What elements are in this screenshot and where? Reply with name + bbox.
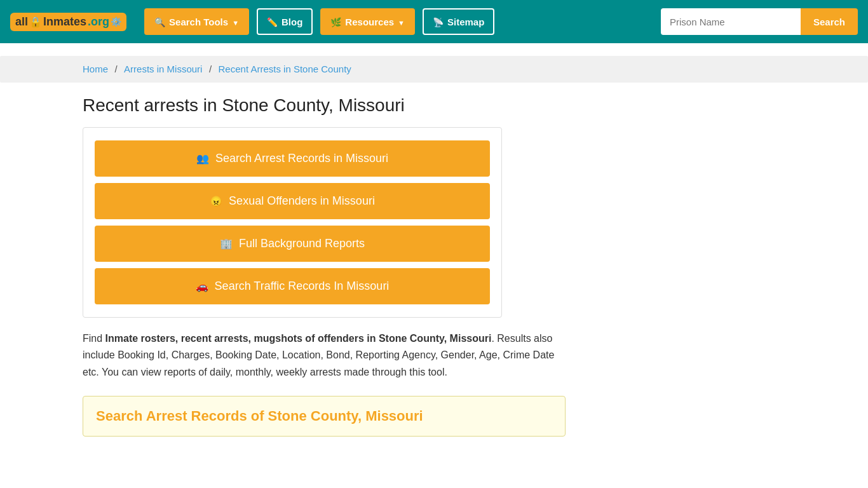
action-card: Search Arrest Records in Missouri Sexual… bbox=[83, 127, 502, 318]
breadcrumb: Home / Arrests in Missouri / Recent Arre… bbox=[0, 56, 868, 83]
blog-button[interactable]: Blog bbox=[257, 8, 313, 35]
resources-button[interactable]: Resources bbox=[320, 8, 415, 35]
main-content: Recent arrests in Stone County, Missouri… bbox=[0, 95, 868, 437]
search-bar: Search bbox=[661, 8, 858, 35]
search-tools-dropdown-arrow bbox=[232, 17, 239, 27]
building-icon bbox=[220, 237, 233, 250]
traffic-records-button[interactable]: Search Traffic Records In Missouri bbox=[95, 268, 490, 304]
logo-text-inmates: Inmates bbox=[43, 15, 86, 29]
page-title: Recent arrests in Stone County, Missouri bbox=[83, 95, 785, 116]
breadcrumb-current: Recent Arrests in Stone County bbox=[219, 64, 351, 74]
search-tools-icon bbox=[154, 17, 165, 27]
sitemap-button[interactable]: Sitemap bbox=[423, 8, 494, 35]
bottom-section: Search Arrest Records of Stone County, M… bbox=[83, 396, 566, 437]
blog-label: Blog bbox=[281, 17, 302, 27]
navbar: all 🔒 Inmates .org ⚙️ Search Tools Blog … bbox=[0, 0, 868, 43]
resources-label: Resources bbox=[345, 17, 394, 27]
prison-search-button-label: Search bbox=[813, 17, 845, 27]
breadcrumb-sep-2: / bbox=[209, 64, 212, 74]
logo-icon: 🔒 bbox=[29, 16, 42, 28]
sexual-offenders-button[interactable]: Sexual Offenders in Missouri bbox=[95, 183, 490, 219]
logo-extra-icon: ⚙️ bbox=[111, 17, 121, 27]
arrest-records-button[interactable]: Search Arrest Records in Missouri bbox=[95, 140, 490, 177]
logo[interactable]: all 🔒 Inmates .org ⚙️ bbox=[10, 13, 126, 31]
search-tools-label: Search Tools bbox=[169, 17, 228, 27]
traffic-records-label: Search Traffic Records In Missouri bbox=[215, 280, 390, 293]
people-icon bbox=[196, 152, 209, 165]
resources-dropdown-arrow bbox=[398, 17, 405, 27]
logo-org: .org bbox=[88, 15, 109, 29]
arrest-records-label: Search Arrest Records in Missouri bbox=[215, 152, 388, 165]
angry-icon bbox=[210, 194, 222, 208]
resources-icon bbox=[330, 17, 341, 27]
sitemap-label: Sitemap bbox=[447, 17, 484, 27]
description-bold: Inmate rosters, recent arrests, mugshots… bbox=[105, 333, 492, 344]
prison-search-button[interactable]: Search bbox=[801, 8, 858, 35]
breadcrumb-arrests-missouri[interactable]: Arrests in Missouri bbox=[124, 64, 202, 74]
description-prefix: Find bbox=[83, 333, 105, 344]
logo-text-all: all bbox=[15, 15, 28, 29]
sitemap-icon bbox=[433, 17, 444, 27]
blog-icon bbox=[267, 17, 278, 27]
sexual-offenders-label: Sexual Offenders in Missouri bbox=[229, 194, 375, 208]
car-icon bbox=[196, 280, 208, 293]
prison-search-input[interactable] bbox=[661, 8, 801, 35]
background-reports-button[interactable]: Full Background Reports bbox=[95, 226, 490, 262]
background-reports-label: Full Background Reports bbox=[239, 237, 365, 250]
bottom-section-title: Search Arrest Records of Stone County, M… bbox=[96, 408, 552, 424]
breadcrumb-home[interactable]: Home bbox=[83, 64, 108, 74]
breadcrumb-sep-1: / bbox=[114, 64, 117, 74]
description-paragraph: Find Inmate rosters, recent arrests, mug… bbox=[83, 330, 566, 381]
search-tools-button[interactable]: Search Tools bbox=[144, 8, 249, 35]
